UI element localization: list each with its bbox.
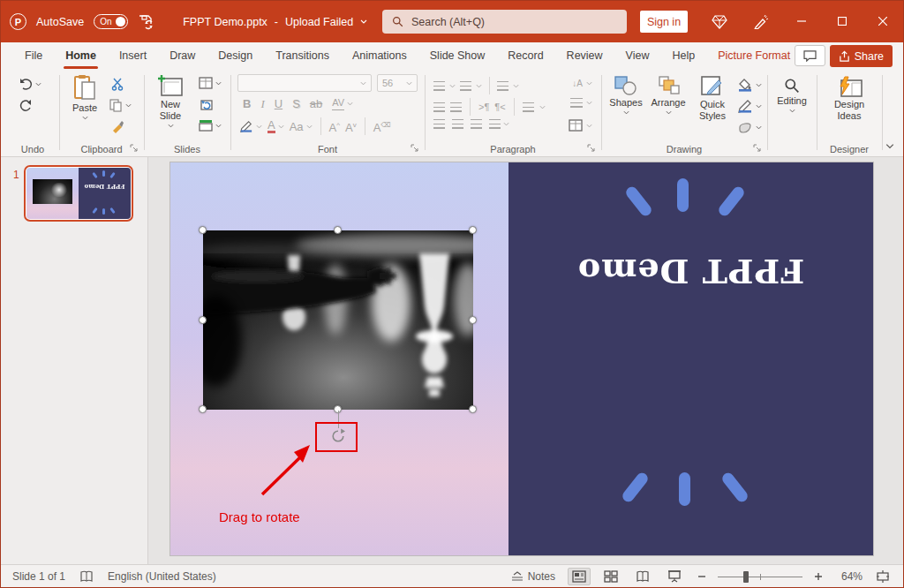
cut-button[interactable]: [110, 77, 124, 91]
selection-handle-w[interactable]: [199, 316, 207, 324]
ltr-paragraph-icon[interactable]: >¶: [478, 101, 489, 114]
convert-smartart-button[interactable]: [569, 119, 592, 132]
tab-design[interactable]: Design: [207, 42, 264, 69]
tab-transitions[interactable]: Transitions: [264, 42, 341, 69]
reset-slide-button[interactable]: [199, 98, 213, 110]
search-input[interactable]: Search (Alt+Q): [382, 10, 627, 34]
increase-font-size-button[interactable]: A^: [329, 118, 340, 134]
text-shadow-button[interactable]: S: [292, 97, 300, 110]
bold-button[interactable]: B: [243, 97, 251, 110]
arrange-button[interactable]: Arrange: [647, 76, 689, 115]
clear-formatting-button[interactable]: A⌫: [373, 118, 391, 134]
selection-handle-n[interactable]: [334, 226, 342, 234]
proofing-book-icon[interactable]: [79, 570, 94, 583]
selection-handle-se[interactable]: [469, 405, 477, 413]
tab-help[interactable]: Help: [660, 42, 706, 69]
new-slide-button[interactable]: New Slide: [147, 74, 193, 128]
share-button[interactable]: Share: [830, 45, 893, 67]
tab-draw[interactable]: Draw: [158, 42, 207, 69]
paragraph-dialog-launcher[interactable]: [587, 144, 596, 153]
collapse-ribbon-chevron[interactable]: [885, 143, 894, 149]
zoom-level[interactable]: 64%: [834, 570, 863, 583]
selection-handle-sw[interactable]: [199, 405, 207, 413]
align-right-icon[interactable]: [471, 119, 482, 129]
text-direction-button[interactable]: ↓A: [572, 77, 592, 90]
character-spacing-button[interactable]: AV: [332, 96, 353, 110]
font-dialog-launcher[interactable]: [411, 144, 419, 153]
autosave-toggle[interactable]: On: [94, 14, 128, 29]
undo-button[interactable]: [19, 77, 41, 91]
decrease-indent-icon[interactable]: [433, 102, 445, 112]
redo-button[interactable]: [19, 99, 33, 113]
copy-button[interactable]: [109, 98, 132, 112]
tab-review[interactable]: Review: [555, 42, 614, 69]
tab-record[interactable]: Record: [496, 42, 554, 69]
comments-button[interactable]: [795, 45, 825, 66]
design-ideas-button[interactable]: Design Ideas: [823, 76, 876, 122]
document-title[interactable]: FPPT Demo.pptx - Upload Failed: [183, 16, 367, 28]
close-button[interactable]: [863, 1, 903, 41]
bullets-icon[interactable]: [433, 81, 445, 91]
slide-sorter-view-button[interactable]: [599, 568, 622, 585]
save-sync-icon[interactable]: [138, 14, 154, 30]
reading-view-button[interactable]: [631, 568, 654, 585]
line-spacing-icon[interactable]: [497, 81, 508, 91]
increase-indent-icon[interactable]: [450, 102, 462, 112]
format-painter-button[interactable]: [110, 119, 124, 133]
zoom-slider-thumb[interactable]: [743, 571, 749, 583]
normal-view-button[interactable]: [568, 568, 591, 585]
shape-fill-button[interactable]: [737, 78, 762, 92]
premium-gem-button[interactable]: [704, 7, 735, 36]
zoom-out-button[interactable]: [695, 568, 709, 585]
shape-effects-button[interactable]: [737, 120, 762, 134]
highlight-color-button[interactable]: [239, 120, 262, 132]
selection-handle-ne[interactable]: [469, 226, 477, 234]
font-name-combobox[interactable]: [237, 74, 372, 92]
selection-handle-e[interactable]: [469, 316, 477, 324]
align-center-icon[interactable]: [452, 119, 463, 129]
strikethrough-button[interactable]: ab: [310, 97, 322, 110]
slide-title-panel[interactable]: FPPT Demo: [508, 162, 873, 555]
font-size-combobox[interactable]: 56: [377, 74, 418, 92]
powerpoint-logo-icon[interactable]: P: [10, 13, 26, 30]
slide-canvas[interactable]: FPPT Demo: [170, 162, 873, 555]
tab-insert[interactable]: Insert: [108, 42, 158, 69]
section-button[interactable]: [199, 119, 222, 132]
numbering-icon[interactable]: [460, 81, 471, 91]
tab-picture-format[interactable]: Picture Format: [706, 42, 802, 69]
minimize-button[interactable]: [781, 1, 822, 41]
rtl-paragraph-icon[interactable]: ¶<: [494, 101, 505, 114]
decrease-font-size-button[interactable]: Av: [345, 118, 357, 134]
align-text-button[interactable]: [570, 98, 592, 108]
ink-editor-button[interactable]: [744, 7, 776, 36]
paste-button[interactable]: Paste: [66, 74, 103, 120]
justify-button[interactable]: [489, 119, 509, 129]
language-status[interactable]: English (United States): [108, 570, 216, 583]
change-case-button[interactable]: Aa: [290, 120, 313, 133]
tab-home[interactable]: Home: [54, 42, 108, 69]
sign-in-button[interactable]: Sign in: [640, 11, 688, 33]
shapes-button[interactable]: Shapes: [605, 76, 647, 115]
zoom-slider[interactable]: [718, 570, 802, 583]
notes-button[interactable]: Notes: [508, 569, 559, 584]
tab-slide-show[interactable]: Slide Show: [418, 42, 497, 69]
maximize-button[interactable]: [822, 1, 863, 41]
zoom-in-button[interactable]: [811, 568, 825, 585]
slideshow-view-button[interactable]: [663, 568, 686, 585]
quick-styles-button[interactable]: Quick Styles: [689, 76, 735, 122]
font-color-button[interactable]: A: [267, 119, 284, 133]
slide-title-text[interactable]: FPPT Demo: [508, 252, 873, 291]
fit-to-window-button[interactable]: [871, 568, 894, 585]
shape-outline-button[interactable]: [737, 99, 762, 113]
editing-button[interactable]: Editing: [771, 78, 813, 113]
drawing-dialog-launcher[interactable]: [753, 144, 762, 153]
slide-layout-button[interactable]: [199, 77, 222, 89]
tab-file[interactable]: File: [13, 42, 54, 69]
clipboard-dialog-launcher[interactable]: [130, 144, 139, 153]
chess-picture[interactable]: [203, 230, 473, 410]
tab-view[interactable]: View: [614, 42, 661, 69]
underline-button[interactable]: U: [275, 97, 282, 110]
slide-thumbnail[interactable]: FPPT Demo: [24, 165, 133, 222]
selection-handle-nw[interactable]: [199, 226, 207, 234]
align-left-icon[interactable]: [433, 119, 445, 129]
